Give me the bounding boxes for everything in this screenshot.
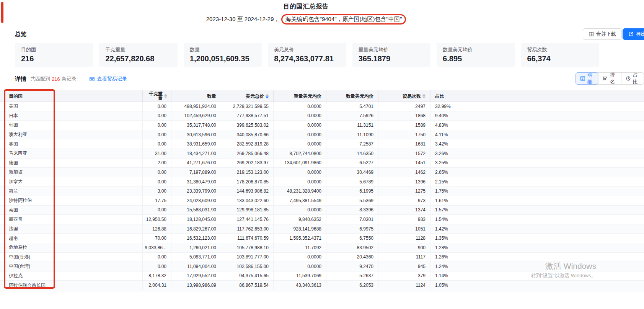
cell-destination: 澳大利亚 — [0, 130, 143, 139]
table-row[interactable]: 日本 0.00 102,459,629.00 777,938,577.51 0.… — [0, 111, 644, 121]
cell-trade-count: 1128 — [378, 234, 430, 243]
stat-card-label: 目的国 — [21, 46, 87, 53]
cell-quantity: 15,588,031.90 — [171, 206, 221, 215]
cell-usd-avg-weight: 9,840.6352 — [274, 215, 326, 224]
cell-quantity: 102,459,629.00 — [171, 111, 221, 121]
cell-usd-avg-qty: 30.4469 — [326, 168, 378, 177]
page-title: 目的国汇总报告 — [0, 3, 612, 11]
cell-share: 1.24% — [430, 262, 644, 271]
column-header-trade-count[interactable]: 贸易次数 — [378, 90, 430, 102]
cell-kg-weight: 0.00 — [143, 139, 171, 149]
cell-trade-count: 973 — [378, 196, 430, 205]
table-row[interactable]: 墨西哥 12,950.50 18,128,045.00 127,441,145.… — [0, 215, 644, 224]
cell-share: 2.65% — [430, 168, 644, 177]
view-trade-records-link[interactable]: 查看贸易记录 — [89, 75, 127, 82]
table-row[interactable]: 沙特阿拉伯 17.75 24,028,609.00 133,043,022.60… — [0, 196, 644, 206]
cell-share: 1.61% — [430, 196, 644, 205]
tab-label: 明细 — [587, 72, 594, 85]
cell-destination: 危地马拉 — [0, 243, 143, 252]
cell-share: 1.57% — [430, 206, 644, 215]
export-icon — [628, 31, 634, 37]
table-row[interactable]: 危地马拉 9,033,86... 1,260,021.00 105,778,98… — [0, 243, 644, 253]
cell-usd-avg-qty: 11.3151 — [326, 121, 378, 130]
cell-kg-weight: 0.00 — [143, 262, 171, 271]
cell-quantity: 1,260,021.00 — [171, 243, 221, 252]
table-row[interactable]: 越南 70.00 16,532,123.00 111,674,670.59 1,… — [0, 234, 644, 243]
cell-destination: 荷兰 — [0, 186, 143, 196]
cell-usd-avg-qty: 5.5369 — [326, 196, 378, 205]
tab-detail-view[interactable]: 明细 — [576, 72, 598, 85]
merge-download-button[interactable]: 合并下载 — [583, 28, 622, 40]
table-row[interactable]: 中国(台湾) 0.00 11,094,004.00 102,586,155.00… — [0, 262, 644, 271]
table-row[interactable]: 德国 2.00 41,271,676.00 269,202,183.97 134… — [0, 159, 644, 168]
cell-usd-avg-qty: 8.3396 — [326, 206, 378, 215]
cell-quantity: 11,094,004.00 — [171, 262, 221, 271]
sort-carets-icon — [266, 94, 269, 98]
detail-bar: 详情 共匹配到 216 条记录 查看贸易记录 — [15, 73, 127, 85]
stat-card: 数量美元均价 6.895 — [437, 43, 515, 67]
cell-trade-count: 1451 — [378, 159, 430, 168]
table-row[interactable]: 新加坡 0.00 7,197,889.00 219,153,123.00 0.0… — [0, 168, 644, 177]
cell-share: 4.83% — [430, 121, 644, 130]
cell-quantity: 31,380,479.00 — [171, 177, 221, 186]
cell-usd-total: 399,625,583.02 — [221, 121, 274, 130]
cell-trade-count: 1572 — [378, 149, 430, 158]
merge-cells-icon — [589, 31, 594, 37]
table-row[interactable]: 韩国 0.00 35,317,748.00 399,625,583.02 0.0… — [0, 121, 644, 130]
partial-next-row — [0, 290, 644, 292]
cell-kg-weight: 0.00 — [143, 130, 171, 139]
column-header-kg-weight[interactable]: 千克重量 — [143, 90, 171, 102]
cell-share: 1.05% — [430, 281, 644, 290]
cell-quantity: 24,028,609.00 — [171, 196, 221, 205]
column-header-share: 占比 — [430, 90, 644, 102]
cell-trade-count: 1051 — [378, 224, 430, 234]
cell-trade-count: 1462 — [378, 168, 430, 177]
cell-kg-weight: 12,950.50 — [143, 215, 171, 224]
cell-quantity: 5,083,771.00 — [171, 253, 221, 262]
table-row[interactable]: 中国(香港) 0.00 5,083,771.00 103,891,777.00 … — [0, 253, 644, 262]
cell-destination: 法国 — [0, 224, 143, 234]
cell-quantity: 13,998,986.89 — [171, 281, 221, 290]
table-row[interactable]: 英国 0.00 38,931,659.00 282,592,819.28 0.0… — [0, 139, 644, 149]
table-row[interactable]: 加拿大 0.00 31,380,479.00 178,206,870.85 0.… — [0, 177, 644, 187]
table-row[interactable]: 泰国 0.00 15,588,031.90 129,998,181.85 0.0… — [0, 206, 644, 215]
table-row[interactable]: 伊拉克 8,178.32 17,929,552.00 94,375,415.65… — [0, 271, 644, 281]
report-filter-criteria: 海关编码包含"9404"，原产国(地区)包含"中国" — [285, 16, 402, 22]
cell-usd-avg-weight: 48,231,328.9400 — [274, 186, 326, 196]
table-row[interactable]: 马来西亚 31.00 18,434,271.00 269,785,066.48 … — [0, 149, 644, 159]
cell-usd-avg-weight: 0.0000 — [274, 177, 326, 186]
cell-quantity: 35,317,748.00 — [171, 121, 221, 130]
cell-share: 1.35% — [430, 234, 644, 243]
cell-usd-avg-weight: 928,141.9688 — [274, 224, 326, 234]
table-row[interactable]: 法国 126.88 16,829,267.00 117,762,653.00 9… — [0, 224, 644, 234]
export-button[interactable]: 导出 — [623, 28, 644, 40]
tab-ranking-view[interactable]: 排名 — [598, 73, 621, 84]
cell-destination: 越南 — [0, 234, 143, 243]
cell-trade-count: 1374 — [378, 206, 430, 215]
column-header-usd-total[interactable]: 美元总价 — [221, 90, 274, 102]
tab-proportion-view[interactable]: 占比 — [621, 73, 644, 84]
cell-destination: 中国(台湾) — [0, 262, 143, 271]
table-row[interactable]: 荷兰 3.00 23,339,799.00 144,693,986.82 48,… — [0, 186, 644, 196]
cell-trade-count: 1681 — [378, 139, 430, 149]
cell-destination: 沙特阿拉伯 — [0, 196, 143, 205]
cell-share: 32.99% — [430, 102, 644, 111]
stat-card-label: 数量 — [190, 46, 256, 53]
table-row[interactable]: 美国 0.00 498,951,924.00 2,729,321,599.55 … — [0, 102, 644, 111]
stat-card-value: 6.895 — [443, 54, 509, 63]
view-trade-records-label: 查看贸易记录 — [97, 75, 127, 82]
cell-usd-avg-weight: 0.0000 — [274, 253, 326, 262]
stat-card-value: 66,374 — [527, 54, 593, 63]
cell-trade-count: 379 — [378, 271, 430, 281]
view-mode-switch: 明细 排名 占比 — [576, 72, 644, 85]
cell-quantity: 41,271,676.00 — [171, 159, 221, 168]
cell-share: 4.11% — [430, 130, 644, 139]
cell-usd-total: 111,674,670.59 — [221, 234, 274, 243]
column-header-usd-avg-qty: 数量美元均价 — [326, 90, 378, 102]
cell-kg-weight: 0.00 — [143, 168, 171, 177]
table-row[interactable]: 阿拉伯联合酋长国 2,004.31 13,998,986.89 86,867,5… — [0, 281, 644, 290]
cell-trade-count: 1117 — [378, 253, 430, 262]
cell-kg-weight: 0.00 — [143, 206, 171, 215]
cell-destination: 伊拉克 — [0, 271, 143, 281]
table-row[interactable]: 澳大利亚 0.00 30,613,596.00 340,085,870.66 0… — [0, 130, 644, 140]
